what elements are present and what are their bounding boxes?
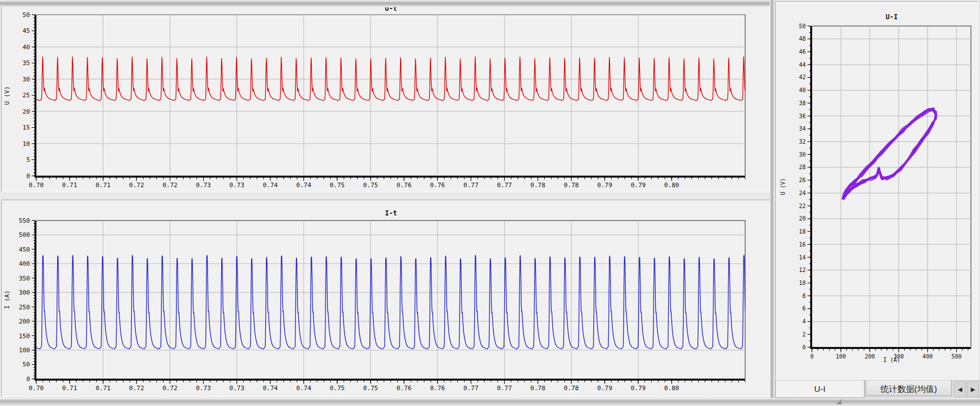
svg-text:44: 44 (799, 62, 806, 68)
svg-text:150: 150 (19, 332, 30, 340)
svg-text:0.73: 0.73 (196, 182, 211, 189)
svg-text:0.71: 0.71 (62, 182, 78, 189)
svg-text:0.74: 0.74 (296, 385, 312, 392)
svg-text:300: 300 (19, 289, 30, 296)
svg-text:0.71: 0.71 (62, 385, 78, 392)
svg-text:0.76: 0.76 (430, 385, 445, 392)
svg-text:42: 42 (799, 74, 806, 80)
svg-text:40: 40 (23, 44, 30, 51)
svg-text:U (V): U (V) (780, 178, 786, 195)
bottom-splitter-bar[interactable] (0, 398, 980, 406)
svg-text:24: 24 (799, 190, 806, 196)
tab-scroll-left-button[interactable]: ◀ (954, 382, 966, 397)
svg-text:30: 30 (799, 152, 806, 158)
svg-text:10: 10 (23, 140, 30, 148)
i-t-chart-panel: 0501001502002503003504004505005500.700.7… (1, 200, 770, 397)
u-i-chart-panel: 0246810121416182022242628303234363840424… (775, 1, 978, 380)
svg-text:0.75: 0.75 (363, 182, 379, 189)
tab-scroll-controls: ◀ ▶ (954, 382, 979, 397)
svg-text:46: 46 (799, 49, 806, 55)
svg-text:15: 15 (23, 124, 30, 131)
svg-text:0.75: 0.75 (330, 385, 345, 392)
svg-text:0: 0 (26, 375, 30, 383)
svg-text:0.79: 0.79 (631, 385, 646, 392)
svg-text:U-I: U-I (886, 13, 898, 21)
svg-text:I (A): I (A) (883, 357, 900, 363)
tab-scroll-right-button[interactable]: ▶ (967, 382, 979, 397)
svg-text:0.75: 0.75 (330, 182, 345, 189)
svg-text:0.78: 0.78 (564, 385, 579, 392)
svg-text:40: 40 (799, 87, 806, 93)
svg-text:30: 30 (23, 76, 30, 83)
svg-text:0.78: 0.78 (530, 182, 545, 189)
svg-text:14: 14 (799, 254, 806, 261)
svg-text:0.80: 0.80 (664, 385, 680, 392)
svg-text:50: 50 (799, 23, 806, 29)
svg-text:0.77: 0.77 (497, 182, 512, 189)
u-i-chart[interactable]: 0246810121416182022242628303234363840424… (776, 2, 977, 379)
svg-text:400: 400 (19, 260, 30, 267)
svg-text:6: 6 (802, 305, 806, 312)
i-t-chart[interactable]: 0501001502002503003504004505005500.700.7… (2, 200, 769, 396)
vertical-splitter[interactable] (770, 0, 775, 398)
svg-text:32: 32 (799, 139, 806, 145)
svg-text:26: 26 (799, 177, 806, 183)
svg-text:350: 350 (19, 275, 30, 282)
svg-text:0.72: 0.72 (129, 182, 144, 189)
svg-text:0.71: 0.71 (96, 182, 111, 189)
svg-text:0.76: 0.76 (430, 182, 445, 189)
svg-text:10: 10 (799, 280, 806, 286)
svg-text:200: 200 (865, 353, 875, 360)
svg-text:0.74: 0.74 (296, 182, 312, 189)
svg-text:0.73: 0.73 (196, 385, 211, 392)
svg-text:0.78: 0.78 (564, 182, 579, 189)
svg-text:0.76: 0.76 (397, 385, 412, 392)
u-t-chart-panel: 051015202530354045500.700.710.710.720.72… (1, 1, 770, 192)
right-arrow-icon: ▶ (971, 386, 975, 392)
svg-text:20: 20 (23, 108, 30, 115)
svg-text:550: 550 (19, 217, 30, 224)
svg-text:400: 400 (922, 353, 932, 360)
svg-text:0.75: 0.75 (363, 385, 379, 392)
svg-text:8: 8 (802, 293, 806, 299)
svg-text:0: 0 (810, 353, 814, 360)
svg-text:18: 18 (799, 228, 806, 235)
svg-text:450: 450 (19, 246, 30, 253)
svg-text:I-t: I-t (385, 209, 397, 217)
svg-text:2: 2 (802, 331, 806, 338)
svg-text:0.72: 0.72 (162, 385, 178, 392)
svg-text:0.79: 0.79 (631, 182, 646, 189)
svg-text:0.79: 0.79 (598, 182, 613, 189)
svg-text:35: 35 (23, 59, 30, 67)
svg-text:20: 20 (799, 215, 806, 222)
tab-statistics-mean[interactable]: 统计数据(均值) (866, 381, 952, 396)
svg-text:0.80: 0.80 (664, 182, 680, 189)
bottom-splitter-handle-icon[interactable] (836, 399, 841, 404)
svg-text:500: 500 (951, 353, 961, 360)
svg-text:25: 25 (23, 92, 30, 99)
svg-text:34: 34 (799, 126, 806, 132)
svg-text:0.71: 0.71 (96, 385, 111, 392)
left-arrow-icon: ◀ (958, 386, 962, 392)
horizontal-splitter[interactable] (0, 0, 771, 7)
svg-text:38: 38 (799, 100, 806, 106)
svg-text:28: 28 (799, 164, 806, 170)
tab-u-i[interactable]: U-I (775, 381, 865, 398)
svg-text:0.70: 0.70 (29, 182, 44, 189)
svg-text:200: 200 (19, 318, 30, 325)
svg-text:500: 500 (19, 231, 30, 239)
svg-text:0: 0 (26, 172, 30, 180)
svg-text:I (A): I (A) (3, 290, 11, 309)
bottom-tab-bar: U-I 统计数据(均值) ◀ ▶ (775, 380, 980, 398)
svg-text:0.77: 0.77 (463, 385, 479, 392)
svg-text:0.72: 0.72 (162, 182, 178, 189)
svg-text:0.76: 0.76 (397, 182, 412, 189)
svg-text:0.72: 0.72 (129, 385, 144, 392)
svg-text:0.77: 0.77 (463, 182, 479, 189)
u-t-chart[interactable]: 051015202530354045500.700.710.710.720.72… (2, 2, 769, 192)
svg-text:0.74: 0.74 (263, 182, 278, 189)
svg-text:22: 22 (799, 203, 806, 209)
svg-text:0.73: 0.73 (229, 182, 244, 189)
svg-text:0.73: 0.73 (229, 385, 244, 392)
svg-text:5: 5 (26, 156, 30, 163)
